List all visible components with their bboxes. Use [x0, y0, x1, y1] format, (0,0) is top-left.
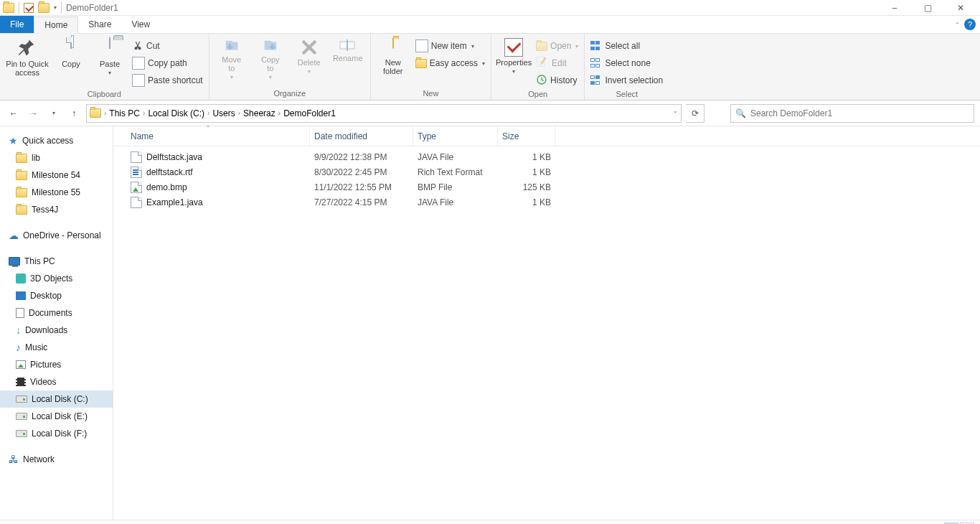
- sidebar-item[interactable]: Local Disk (F:): [0, 425, 113, 442]
- svg-rect-1: [347, 39, 348, 51]
- file-name: delftstack.rtf: [146, 167, 193, 177]
- column-date[interactable]: Date modified: [310, 126, 413, 146]
- cut-button[interactable]: Cut: [131, 38, 204, 54]
- breadcrumb-item[interactable]: Sheeraz›: [243, 108, 281, 118]
- navigation-bar: ← → ▾ ↑ › This PC› Local Disk (C:)› User…: [0, 100, 980, 126]
- sidebar-this-pc[interactable]: This PC: [0, 253, 113, 270]
- breadcrumb-item[interactable]: This PC›: [109, 108, 145, 118]
- downloads-icon: ↓: [16, 324, 21, 336]
- copy-to-button[interactable]: Copy to▾: [253, 35, 288, 80]
- select-all-button[interactable]: Select all: [589, 38, 664, 54]
- new-folder-qat-icon[interactable]: [38, 3, 50, 13]
- sidebar-item[interactable]: Milestone 55: [0, 184, 113, 201]
- collapse-ribbon-icon[interactable]: ⌃: [955, 22, 960, 28]
- qat-dropdown-icon[interactable]: ▾: [54, 4, 57, 11]
- search-input[interactable]: [750, 108, 969, 118]
- sidebar-item[interactable]: ↓Downloads: [0, 322, 113, 339]
- navigation-pane[interactable]: ★Quick access lib Milestone 54 Milestone…: [0, 126, 113, 520]
- breadcrumb-item[interactable]: DemoFolder1: [283, 108, 336, 118]
- tab-view[interactable]: View: [121, 16, 160, 33]
- file-rows: Delftstack.java9/9/2022 12:38 PMJAVA Fil…: [113, 146, 980, 210]
- sidebar-item[interactable]: Pictures: [0, 356, 113, 373]
- recent-locations-button[interactable]: ▾: [46, 106, 62, 121]
- file-name: Delftstack.java: [146, 152, 202, 162]
- forward-button[interactable]: →: [26, 106, 42, 121]
- select-all-icon: [590, 41, 602, 51]
- folder-icon[interactable]: [3, 3, 14, 13]
- edit-button[interactable]: 📝Edit: [534, 55, 580, 71]
- back-button[interactable]: ←: [6, 106, 22, 121]
- sidebar-item[interactable]: 3D Objects: [0, 270, 113, 287]
- column-size[interactable]: Size: [498, 126, 555, 146]
- music-icon: ♪: [16, 342, 21, 353]
- group-clipboard: Pin to Quick access Copy Paste ▾ Cut Cop…: [0, 34, 209, 100]
- folder-icon: [16, 205, 27, 215]
- sidebar-item[interactable]: Videos: [0, 373, 113, 390]
- search-box[interactable]: 🔍: [730, 104, 974, 123]
- new-item-button[interactable]: New item▾: [414, 38, 486, 54]
- sidebar-network[interactable]: 🖧Network: [0, 451, 113, 468]
- sort-indicator-icon: ˄: [207, 125, 209, 131]
- address-dropdown-icon[interactable]: ⌄: [673, 108, 678, 114]
- paste-shortcut-button[interactable]: Paste shortcut: [131, 72, 204, 88]
- tab-home[interactable]: Home: [34, 17, 78, 34]
- tab-share[interactable]: Share: [78, 16, 121, 33]
- properties-button[interactable]: Properties▾: [496, 35, 532, 75]
- rename-button[interactable]: Rename: [330, 35, 366, 62]
- open-button[interactable]: Open▾: [534, 38, 580, 54]
- help-icon[interactable]: ?: [964, 19, 976, 30]
- sidebar-quick-access[interactable]: ★Quick access: [0, 132, 113, 149]
- sidebar-item[interactable]: Desktop: [0, 287, 113, 304]
- file-list-pane: Name˄ Date modified Type Size Delftstack…: [113, 126, 980, 520]
- breadcrumb-item[interactable]: Users›: [212, 108, 240, 118]
- drive-icon: [16, 413, 27, 420]
- address-bar[interactable]: › This PC› Local Disk (C:)› Users› Sheer…: [86, 104, 682, 123]
- pictures-icon: [16, 360, 26, 369]
- sidebar-item[interactable]: Local Disk (E:): [0, 408, 113, 425]
- minimize-button[interactable]: –: [878, 0, 911, 16]
- tab-file[interactable]: File: [0, 16, 34, 33]
- sidebar-item[interactable]: ♪Music: [0, 339, 113, 356]
- ribbon-tabs: File Home Share View ⌃ ?: [0, 16, 980, 33]
- copy-path-button[interactable]: Copy path: [131, 55, 204, 71]
- invert-selection-button[interactable]: Invert selection: [589, 72, 664, 88]
- close-button[interactable]: ✕: [944, 0, 977, 16]
- sidebar-onedrive[interactable]: ☁OneDrive - Personal: [0, 227, 113, 244]
- sidebar-item-local-disk-c[interactable]: Local Disk (C:): [0, 390, 113, 408]
- refresh-button[interactable]: ⟳: [686, 104, 705, 123]
- sidebar-item[interactable]: lib: [0, 149, 113, 167]
- file-row[interactable]: delftstack.rtf8/30/2022 2:45 PMRich Text…: [113, 164, 980, 179]
- pin-to-quick-access-button[interactable]: Pin to Quick access: [4, 35, 50, 77]
- file-size: 125 KB: [498, 182, 555, 192]
- select-none-button[interactable]: Select none: [589, 55, 664, 71]
- file-row[interactable]: demo.bmp11/1/2022 12:55 PMBMP File125 KB: [113, 179, 980, 195]
- file-icon: [131, 197, 142, 208]
- group-organize: Move to▾ Copy to▾ Delete▾ Rename Organiz…: [209, 34, 371, 100]
- file-row[interactable]: Delftstack.java9/9/2022 12:38 PMJAVA Fil…: [113, 149, 980, 164]
- file-type: JAVA File: [413, 197, 498, 207]
- pin-icon: [17, 38, 37, 58]
- paste-button[interactable]: Paste ▾: [92, 35, 128, 76]
- up-button[interactable]: ↑: [66, 106, 82, 121]
- column-name[interactable]: Name˄: [126, 126, 310, 146]
- cut-icon: [132, 40, 143, 52]
- column-type[interactable]: Type: [413, 126, 498, 146]
- sidebar-item[interactable]: Milestone 54: [0, 167, 113, 184]
- new-folder-button[interactable]: New folder: [375, 35, 411, 75]
- drive-icon: [16, 396, 27, 403]
- file-icon: [131, 182, 142, 193]
- properties-qat-icon[interactable]: [24, 3, 34, 13]
- move-to-button[interactable]: Move to▾: [214, 35, 250, 80]
- copy-button[interactable]: Copy: [53, 35, 89, 68]
- delete-button[interactable]: Delete▾: [291, 35, 327, 75]
- easy-access-button[interactable]: Easy access▾: [414, 55, 486, 71]
- file-date: 7/27/2022 4:15 PM: [310, 197, 413, 207]
- file-row[interactable]: Example1.java7/27/2022 4:15 PMJAVA File1…: [113, 195, 980, 210]
- properties-icon: [504, 38, 523, 57]
- history-button[interactable]: History: [534, 72, 580, 88]
- sidebar-item[interactable]: Documents: [0, 304, 113, 322]
- breadcrumb-item[interactable]: Local Disk (C:)›: [148, 108, 209, 118]
- sidebar-item[interactable]: Tess4J: [0, 201, 113, 218]
- maximize-button[interactable]: ▢: [911, 0, 944, 16]
- quick-access-toolbar: ▾: [3, 2, 62, 14]
